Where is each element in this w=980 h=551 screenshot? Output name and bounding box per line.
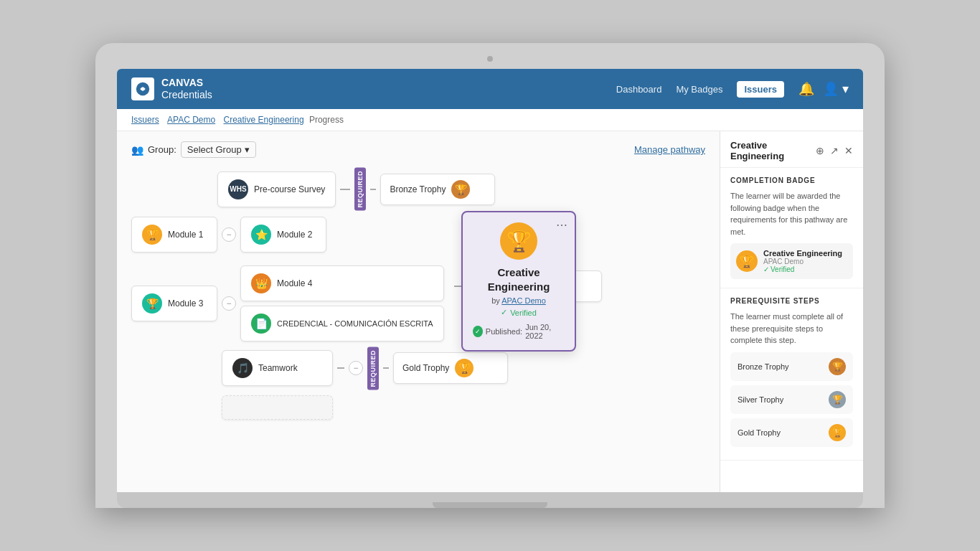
- published-date: Jun 20, 2022: [525, 323, 565, 340]
- prereq-section: PREREQUISITE STEPS The learner must comp…: [720, 288, 863, 461]
- popup-by-label: by: [491, 296, 500, 305]
- user-icon[interactable]: 👤 ▾: [823, 81, 849, 97]
- bronze-trophy-icon: 🏆: [451, 180, 470, 199]
- completion-badge-issuer: APAC Demo: [763, 258, 842, 265]
- group-value: Select Group: [187, 144, 242, 155]
- teamwork-node[interactable]: 🎵 Teamwork: [222, 350, 333, 386]
- completion-badge-info: Creative Engineering APAC Demo ✓ Verifie…: [763, 249, 842, 273]
- popup-verified: ✓ Verified: [473, 308, 565, 317]
- logo-icon: [131, 77, 154, 100]
- required-badge-3: Required: [367, 347, 379, 390]
- module1-icon: 🏆: [142, 225, 162, 245]
- completion-badge-item[interactable]: 🏆 Creative Engineering APAC Demo ✓ Verif…: [730, 243, 853, 279]
- module1-node[interactable]: 🏆 Module 1: [131, 217, 217, 253]
- prereq-bronze-icon: 🏆: [829, 358, 846, 375]
- module2-icon: ⭐: [251, 225, 271, 245]
- completion-section: COMPLETION BADGE The learner will be awa…: [720, 168, 863, 288]
- popup-verified-text: Verified: [510, 309, 537, 317]
- module3-label: Module 3: [168, 298, 203, 309]
- teamwork-label: Teamwork: [258, 363, 298, 373]
- panel-header: Creative Engineering ⊕ ↗ ✕: [720, 131, 863, 168]
- prereq-silver-icon: 🏆: [829, 391, 846, 408]
- required-badge-1: Required: [354, 168, 366, 211]
- logo: CANVAS Credentials: [131, 77, 212, 101]
- group-dropdown[interactable]: Select Group ▾: [181, 141, 256, 158]
- nav-issuers[interactable]: Issuers: [737, 81, 784, 98]
- gold-trophy-node[interactable]: Gold Trophy 🏆: [393, 352, 508, 384]
- laptop-base: [117, 492, 863, 508]
- credencial-label: CREDENCIAL - COMUNICACIÓN ESCRITA: [277, 319, 433, 328]
- logo-credentials: Credentials: [161, 89, 212, 101]
- verified-check-icon: ✓: [763, 265, 769, 273]
- content-area: 👥 Group: Select Group ▾ Manage pathway: [117, 131, 863, 492]
- gold-trophy-icon: 🏆: [455, 359, 473, 377]
- connector-line2: [370, 189, 376, 190]
- popup-published: ✓ Published: Jun 20, 2022: [473, 323, 565, 340]
- credencial-icon: 📄: [251, 314, 271, 334]
- minus-connector-1: −: [222, 227, 236, 242]
- bronze-trophy-label: Bronze Trophy: [390, 184, 446, 194]
- prereq-description: The learner must complete all of these p…: [730, 311, 853, 347]
- module4-icon: 👑: [251, 273, 271, 293]
- published-icon: ✓: [473, 326, 483, 337]
- main-canvas: 👥 Group: Select Group ▾ Manage pathway: [117, 131, 720, 492]
- module3-icon: 🏆: [142, 293, 162, 314]
- completion-badge-name: Creative Engineering: [763, 249, 842, 258]
- gold-trophy-label: Gold Trophy: [402, 363, 449, 373]
- module4-node[interactable]: 👑 Module 4: [240, 265, 444, 301]
- whs-icon: WHS: [228, 179, 248, 199]
- manage-pathway-link[interactable]: Manage pathway: [634, 144, 705, 155]
- verified-text: Verified: [771, 265, 794, 273]
- popup-issuer-link[interactable]: APAC Demo: [501, 296, 546, 305]
- empty-node: [222, 395, 333, 420]
- close-icon[interactable]: ✕: [844, 145, 853, 156]
- chevron-down-icon: ▾: [245, 144, 250, 155]
- breadcrumb-creative-engineering[interactable]: Creative Engineering: [224, 115, 304, 125]
- module3-node[interactable]: 🏆 Module 3: [131, 286, 217, 321]
- completion-badge-verified: ✓ Verified: [763, 265, 842, 273]
- breadcrumb-apac-demo[interactable]: APAC Demo: [167, 115, 215, 125]
- right-panel: Creative Engineering ⊕ ↗ ✕ COMPLETION BA…: [720, 131, 863, 492]
- pre-course-node[interactable]: WHS Pre-course Survey: [217, 171, 336, 207]
- panel-icon-group: ⊕ ↗ ✕: [816, 145, 853, 156]
- header-nav: Dashboard My Badges Issuers 🔔 👤 ▾: [616, 81, 849, 98]
- prereq-gold-icon: 🏆: [829, 424, 846, 441]
- prereq-item-silver[interactable]: Silver Trophy 🏆: [730, 385, 853, 414]
- app-header: CANVAS Credentials Dashboard My Badges I…: [117, 69, 863, 109]
- menu-dots-icon[interactable]: ⋯: [556, 218, 567, 232]
- published-label: Published:: [486, 327, 522, 336]
- breadcrumb-progress: Progress: [309, 115, 344, 125]
- completion-badge-icon: 🏆: [736, 250, 758, 272]
- module2-node[interactable]: ⭐ Module 2: [240, 217, 326, 253]
- breadcrumb-issuers[interactable]: Issuers: [131, 115, 159, 125]
- teamwork-icon: 🎵: [232, 358, 253, 378]
- prereq-item-bronze[interactable]: Bronze Trophy 🏆: [730, 352, 853, 381]
- popup-card: ⋯ 🏆 Creative Engineering by APAC Demo ✓ …: [461, 211, 576, 352]
- nav-my-badges[interactable]: My Badges: [676, 84, 722, 95]
- connector-line: [340, 189, 350, 190]
- pathway-diagram: WHS Pre-course Survey Required Bronze Tr…: [131, 168, 705, 469]
- notification-icon[interactable]: 🔔: [798, 81, 814, 97]
- logo-text: CANVAS Credentials: [161, 77, 212, 101]
- minus-connector-2: −: [222, 296, 236, 311]
- group-label: Group:: [148, 144, 176, 155]
- popup-by: by APAC Demo: [473, 296, 565, 305]
- prereq-silver-name: Silver Trophy: [738, 395, 783, 404]
- check-icon: ✓: [501, 308, 507, 317]
- external-link-icon[interactable]: ↗: [830, 145, 839, 156]
- credencial-node[interactable]: 📄 CREDENCIAL - COMUNICACIÓN ESCRITA: [240, 306, 444, 342]
- completion-heading: COMPLETION BADGE: [730, 176, 853, 184]
- prereq-item-gold[interactable]: Gold Trophy 🏆: [730, 418, 853, 447]
- module4-label: Module 4: [277, 278, 312, 288]
- breadcrumb: Issuers APAC Demo Creative Engineering P…: [117, 109, 863, 131]
- panel-title: Creative Engineering: [730, 140, 816, 161]
- locate-icon[interactable]: ⊕: [816, 145, 824, 156]
- nav-dashboard[interactable]: Dashboard: [616, 84, 662, 95]
- pre-course-label: Pre-course Survey: [254, 184, 325, 194]
- bronze-trophy-node[interactable]: Bronze Trophy 🏆: [380, 174, 495, 205]
- prereq-heading: PREREQUISITE STEPS: [730, 297, 853, 305]
- popup-title: Creative Engineering: [473, 265, 565, 293]
- minus-connector-3: −: [349, 361, 363, 375]
- header-icons: 🔔 👤 ▾: [798, 81, 849, 97]
- popup-badge-icon: 🏆: [500, 222, 537, 260]
